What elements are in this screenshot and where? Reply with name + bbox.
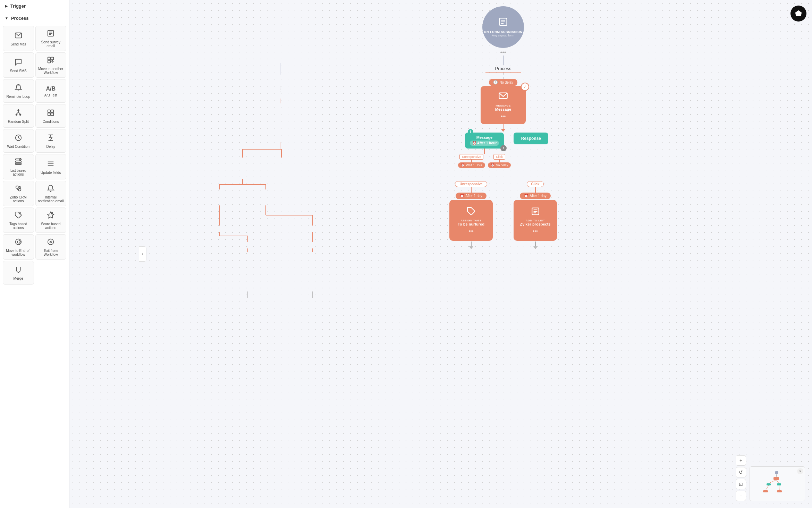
add-to-list-dots[interactable]: •••: [533, 228, 538, 234]
message-after-label: Message: [470, 135, 499, 139]
ab-test-label: A/B Test: [44, 93, 57, 97]
sidebar-item-tags-based[interactable]: Tags based actions: [3, 208, 34, 233]
message-node-icon: [498, 91, 508, 103]
zoom-controls: + ↺ ⊡ −: [736, 455, 746, 501]
list-based-icon: [15, 158, 22, 167]
assign-tags-value[interactable]: To be nurtured: [458, 222, 484, 226]
sidebar-item-list-based[interactable]: List based actions: [3, 154, 34, 179]
sidebar-item-send-mail[interactable]: Send Mail: [3, 26, 34, 51]
sidebar: ▶ Trigger ▼ Process Send Mail Send surve…: [0, 0, 69, 508]
zoom-in-button[interactable]: +: [736, 455, 746, 466]
svg-point-13: [16, 114, 17, 116]
message-node-dots[interactable]: •••: [501, 113, 506, 119]
click-outcome-label: Click: [527, 181, 544, 187]
delay-clock-1-icon: ⏰: [460, 194, 464, 198]
sidebar-item-delay[interactable]: Delay: [35, 129, 67, 153]
sidebar-item-wait-condition[interactable]: Wait Condition: [3, 129, 34, 153]
response-label: Response: [521, 136, 541, 141]
sidebar-item-score-based[interactable]: Score based actions: [35, 208, 67, 233]
message-after-hour-node[interactable]: 1 Message ⏰ After 1 hour ℹ: [465, 133, 504, 149]
sidebar-items-grid: Send Mail Send survey email Send SMS Mov…: [0, 24, 69, 286]
sidebar-item-random-split[interactable]: Random Split: [3, 104, 34, 128]
send-sms-label: Send SMS: [10, 69, 27, 73]
minimap-close-button[interactable]: ×: [797, 468, 803, 474]
svg-rect-8: [17, 85, 19, 86]
move-workflow-label: Move to another Workflow: [38, 67, 64, 75]
delay-icon: [47, 134, 54, 143]
sidebar-item-move-workflow[interactable]: Move to another Workflow: [35, 52, 67, 78]
svg-rect-16: [51, 110, 53, 112]
sidebar-item-send-sms[interactable]: Send SMS: [3, 52, 34, 78]
svg-rect-18: [51, 113, 53, 116]
exit-workflow-label: Exit from Workflow: [38, 249, 64, 256]
sidebar-item-move-end[interactable]: Move to End-of-workflow: [3, 234, 34, 260]
wait-1-hour-pill[interactable]: ⏰ Wait 1 Hour: [458, 162, 485, 168]
sidebar-item-conditions[interactable]: Conditions: [35, 104, 67, 128]
message-after-delay: ⏰ After 1 hour: [470, 141, 499, 146]
add-to-list-node[interactable]: ADD TO LIST Zylker prospects •••: [514, 200, 557, 241]
response-node[interactable]: Response: [514, 133, 548, 144]
no-delay-label: No delay: [499, 81, 513, 84]
exit-workflow-icon: [47, 238, 54, 247]
no-delay-pill[interactable]: 🕐 No delay: [489, 79, 517, 86]
process-section-label: Process: [485, 65, 521, 73]
add-list-delay-pill[interactable]: ⏰ After 1 day: [520, 193, 550, 199]
sidebar-item-merge[interactable]: Merge: [3, 261, 34, 285]
add-to-list-value[interactable]: Zylker prospects: [520, 222, 550, 226]
click-nodelay-pill[interactable]: ⏰ No delay: [488, 162, 511, 168]
message-check-badge: ✓: [521, 83, 529, 91]
trigger-section[interactable]: ▶ Trigger: [0, 0, 69, 12]
wait-1-hour-label: Wait 1 Hour: [466, 163, 482, 167]
svg-line-11: [18, 112, 20, 114]
reset-zoom-button[interactable]: ↺: [736, 467, 746, 477]
message-node[interactable]: MESSAGE Message •••: [481, 86, 526, 124]
assign-tags-delay-pill[interactable]: ⏰ After 1 day: [456, 193, 486, 199]
wait-condition-icon: [15, 134, 22, 143]
zoom-out-button[interactable]: −: [736, 491, 746, 501]
wait-condition-label: Wait Condition: [7, 145, 29, 149]
message-info-badge[interactable]: ℹ: [500, 145, 507, 151]
minimap: ×: [750, 466, 805, 501]
svg-rect-21: [16, 161, 22, 162]
canvas-area[interactable]: ‹: [69, 0, 812, 508]
sidebar-item-zoho-crm[interactable]: Zoho CRM actions: [3, 181, 34, 206]
gem-button[interactable]: [790, 6, 806, 22]
svg-line-10: [16, 112, 18, 114]
svg-line-79: [776, 480, 779, 483]
svg-rect-6: [51, 57, 53, 60]
svg-line-77: [776, 474, 777, 477]
trigger-type: ON FORM SUBMISSION: [484, 30, 522, 34]
fit-zoom-button[interactable]: ⊡: [736, 479, 746, 489]
zoho-crm-icon: [15, 185, 22, 194]
sidebar-item-exit-workflow[interactable]: Exit from Workflow: [35, 234, 67, 260]
reminder-loop-icon: [15, 84, 22, 93]
sidebar-item-internal-notification[interactable]: Internal notification email: [35, 181, 67, 206]
trigger-icon: [498, 17, 508, 29]
clock-icon: 🕐: [493, 80, 498, 85]
sidebar-item-send-survey-email[interactable]: Send survey email: [35, 26, 67, 51]
sidebar-item-update-fields[interactable]: Update fields: [35, 154, 67, 179]
assign-tags-dots[interactable]: •••: [468, 228, 474, 234]
sidebar-item-reminder-loop[interactable]: Reminder Loop: [3, 79, 34, 103]
click-branch-label: Click: [493, 154, 505, 160]
tags-based-label: Tags based actions: [5, 222, 32, 230]
svg-point-14: [19, 114, 21, 116]
internal-notification-icon: [47, 185, 54, 194]
svg-rect-31: [19, 212, 20, 214]
svg-rect-29: [19, 187, 20, 189]
trigger-value[interactable]: Any signup form: [492, 34, 514, 37]
unresponsive-outcome-label: Unresponsive: [455, 181, 487, 187]
send-survey-icon: [47, 29, 54, 39]
svg-rect-32: [51, 212, 53, 214]
sidebar-item-ab-test[interactable]: A/B A/B Test: [35, 79, 67, 103]
svg-point-27: [16, 186, 18, 188]
collapse-sidebar-button[interactable]: ‹: [139, 246, 146, 262]
process-section[interactable]: ▼ Process: [0, 12, 69, 24]
move-workflow-icon: [47, 56, 54, 66]
score-based-label: Score based actions: [38, 222, 64, 230]
trigger-node[interactable]: ON FORM SUBMISSION Any signup form: [482, 6, 524, 48]
branch-number: 1: [468, 129, 473, 135]
assign-tags-node[interactable]: ASSIGN TAGS To be nurtured •••: [449, 200, 493, 241]
trigger-dots[interactable]: •••: [500, 49, 506, 56]
move-end-icon: [15, 238, 22, 247]
